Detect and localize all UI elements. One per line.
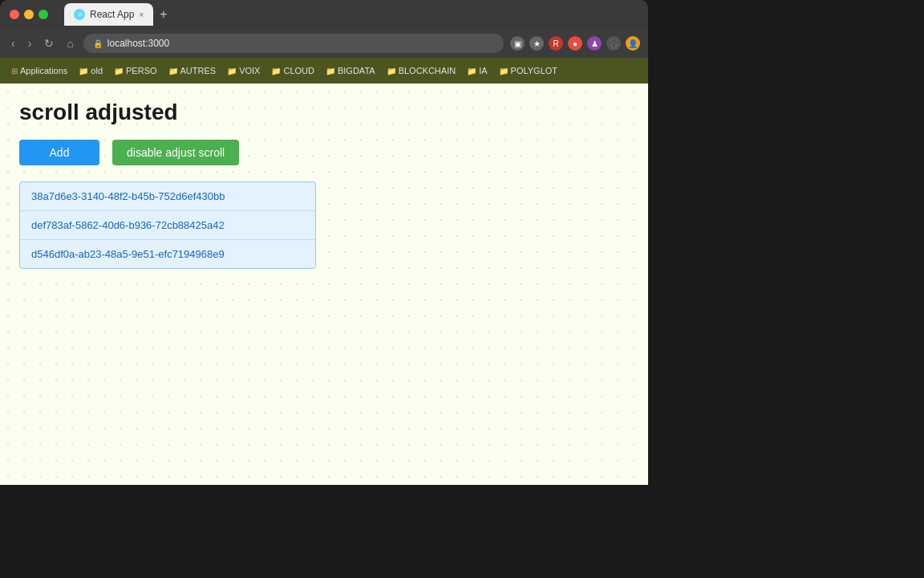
disable-adjust-scroll-button[interactable]: disable adjust scroll <box>112 140 239 165</box>
icon-1[interactable]: R <box>549 36 563 51</box>
page-title: scroll adjusted <box>19 100 629 125</box>
minimize-button[interactable] <box>24 10 34 19</box>
bookmark-voix[interactable]: 📁 VOIX <box>222 64 265 77</box>
bookmark-blockchain[interactable]: 📁 BLOCKCHAIN <box>382 64 461 77</box>
close-button[interactable] <box>10 10 19 19</box>
bookmark-label: VOIX <box>239 66 260 75</box>
traffic-lights <box>10 10 48 19</box>
uuid-list: 38a7d6e3-3140-48f2-b45b-752d6ef430bb def… <box>19 181 316 269</box>
folder-icon: 📁 <box>168 67 178 75</box>
browser-window: ⚛ React App × + ‹ › ↻ ⌂ 🔒 localhost:3000… <box>0 0 648 485</box>
tab-favicon: ⚛ <box>74 9 85 20</box>
tab-close-icon[interactable]: × <box>139 10 144 19</box>
bookmark-bigdata[interactable]: 📁 BIGDATA <box>321 64 380 77</box>
bookmark-label: Applications <box>20 66 67 75</box>
tab-label: React App <box>90 9 134 20</box>
bookmark-ia[interactable]: 📁 IA <box>462 64 492 77</box>
folder-icon: 📁 <box>227 67 237 75</box>
lock-icon: 🔒 <box>93 39 103 48</box>
bookmark-label: CLOUD <box>283 66 314 75</box>
toolbar-icons: ▣ ★ R ● ♟ 🎧 👤 <box>510 36 640 51</box>
bookmark-star-icon[interactable]: ★ <box>529 36 544 51</box>
list-item[interactable]: 38a7d6e3-3140-48f2-b45b-752d6ef430bb <box>20 182 315 211</box>
bookmarks-bar: ⊞ Applications 📁 old 📁 PERSO 📁 AUTRES 📁 … <box>0 58 648 83</box>
title-bar: ⚛ React App × + <box>0 0 648 29</box>
address-bar: ‹ › ↻ ⌂ 🔒 localhost:3000 ▣ ★ R ● ♟ 🎧 👤 <box>0 29 648 58</box>
icon-2[interactable]: ● <box>568 36 582 51</box>
screenshot-icon[interactable]: ▣ <box>510 36 525 51</box>
bookmark-autres[interactable]: 📁 AUTRES <box>164 64 221 77</box>
add-button[interactable]: Add <box>19 140 99 165</box>
button-row: Add disable adjust scroll <box>19 140 629 165</box>
bookmark-label: PERSO <box>126 66 157 75</box>
bookmark-label: BLOCKCHAIN <box>399 66 456 75</box>
page-content: scroll adjusted Add disable adjust scrol… <box>0 83 648 485</box>
applications-icon: ⊞ <box>11 67 18 75</box>
list-item[interactable]: d546df0a-ab23-48a5-9e51-efc7194968e9 <box>20 240 315 268</box>
bookmark-polyglot[interactable]: 📁 POLYGLOT <box>494 64 562 77</box>
folder-icon: 📁 <box>271 67 281 75</box>
folder-icon: 📁 <box>499 67 509 75</box>
new-tab-button[interactable]: + <box>156 7 170 22</box>
bookmark-applications[interactable]: ⊞ Applications <box>6 64 72 77</box>
back-button[interactable]: ‹ <box>8 35 18 51</box>
url-bar[interactable]: 🔒 localhost:3000 <box>83 34 504 53</box>
home-button[interactable]: ⌂ <box>63 35 76 51</box>
tab-bar: ⚛ React App × + <box>64 3 638 26</box>
icon-3[interactable]: ♟ <box>587 36 602 51</box>
folder-icon: 📁 <box>114 67 124 75</box>
bookmark-perso[interactable]: 📁 PERSO <box>109 64 162 77</box>
bookmark-old[interactable]: 📁 old <box>74 64 107 77</box>
bookmark-label: BIGDATA <box>338 66 375 75</box>
folder-icon: 📁 <box>326 67 335 75</box>
user-icon[interactable]: 👤 <box>626 36 640 51</box>
forward-button[interactable]: › <box>25 35 35 51</box>
url-text: localhost:3000 <box>107 38 169 49</box>
headphones-icon[interactable]: 🎧 <box>606 36 621 51</box>
reload-button[interactable]: ↻ <box>41 35 57 51</box>
bookmark-label: POLYGLOT <box>511 66 557 75</box>
folder-icon: 📁 <box>467 67 476 75</box>
maximize-button[interactable] <box>38 10 48 19</box>
bookmark-cloud[interactable]: 📁 CLOUD <box>266 64 319 77</box>
bookmark-label: IA <box>479 66 487 75</box>
bookmark-label: AUTRES <box>180 66 217 75</box>
folder-icon: 📁 <box>79 67 88 75</box>
bookmark-label: old <box>91 66 103 75</box>
active-tab[interactable]: ⚛ React App × <box>64 3 153 26</box>
folder-icon: 📁 <box>387 67 396 75</box>
list-item[interactable]: def783af-5862-40d6-b936-72cb88425a42 <box>20 211 315 240</box>
